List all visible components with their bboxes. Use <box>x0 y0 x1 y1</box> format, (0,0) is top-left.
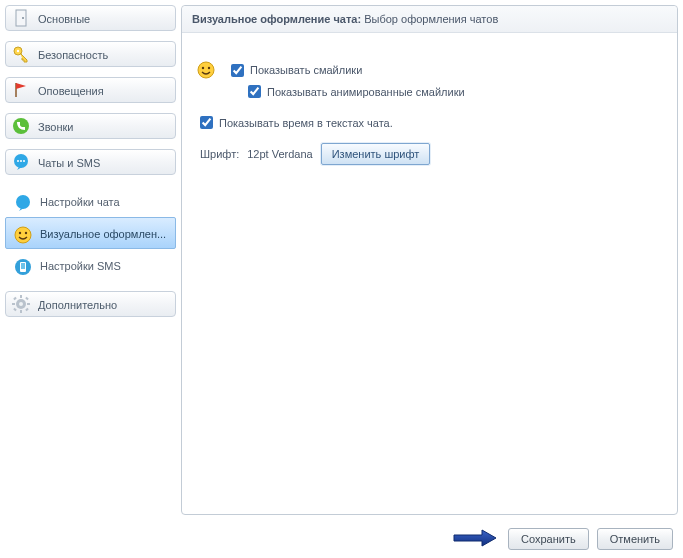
svg-point-7 <box>17 160 19 162</box>
smiley-icon <box>14 224 32 242</box>
svg-rect-23 <box>13 297 17 301</box>
app-root: Основные Безопасность Оповещения Звонки <box>0 0 683 520</box>
cancel-button[interactable]: Отменить <box>597 528 673 550</box>
sidebar-item-label: Визуальное оформлен... <box>40 228 166 240</box>
sidebar-item-security[interactable]: Безопасность <box>5 41 176 67</box>
svg-rect-16 <box>21 263 25 269</box>
font-value: 12pt Verdana <box>247 148 312 160</box>
sidebar-sub-visual-style[interactable]: Визуальное оформлен... <box>5 217 176 249</box>
sidebar-item-label: Настройки чата <box>40 196 120 208</box>
show-smilies-row: Показывать смайлики <box>197 61 659 79</box>
show-smilies-option[interactable]: Показывать смайлики <box>231 64 362 77</box>
show-smilies-checkbox[interactable] <box>231 64 244 77</box>
svg-point-12 <box>19 232 21 234</box>
svg-rect-0 <box>16 10 26 26</box>
panel-body: Показывать смайлики Показывать анимирова… <box>182 33 677 165</box>
show-smilies-label: Показывать смайлики <box>250 64 362 76</box>
change-font-button[interactable]: Изменить шрифт <box>321 143 431 165</box>
svg-rect-25 <box>25 297 29 301</box>
chat-settings-icon <box>14 192 32 210</box>
show-time-row: Показывать время в текстах чата. <box>200 116 659 129</box>
svg-point-18 <box>19 302 23 306</box>
panel-title-rest: Выбор оформления чатов <box>361 13 498 25</box>
flag-icon <box>12 81 30 99</box>
svg-point-28 <box>202 67 204 69</box>
key-icon <box>12 45 30 63</box>
show-animated-smilies-checkbox[interactable] <box>248 85 261 98</box>
font-row: Шрифт: 12pt Verdana Изменить шрифт <box>200 143 659 165</box>
footer: Сохранить Отменить <box>0 520 683 558</box>
svg-rect-22 <box>27 303 30 305</box>
panel-header: Визуальное оформление чата: Выбор оформл… <box>182 6 677 33</box>
sidebar-item-label: Настройки SMS <box>40 260 121 272</box>
show-time-checkbox[interactable] <box>200 116 213 129</box>
sidebar-item-calls[interactable]: Звонки <box>5 113 176 139</box>
sidebar-sub-sms-settings[interactable]: Настройки SMS <box>5 249 176 281</box>
svg-rect-24 <box>25 308 29 312</box>
sidebar-item-label: Звонки <box>38 121 74 133</box>
svg-point-10 <box>16 195 30 209</box>
door-icon <box>12 9 30 27</box>
svg-point-8 <box>20 160 22 162</box>
sidebar-item-chats-sms[interactable]: Чаты и SMS <box>5 149 176 175</box>
panel-title-bold: Визуальное оформление чата: <box>192 13 361 25</box>
panel: Визуальное оформление чата: Выбор оформл… <box>181 5 678 515</box>
sidebar-item-label: Оповещения <box>38 85 104 97</box>
sidebar-item-general[interactable]: Основные <box>5 5 176 31</box>
show-animated-smilies-option[interactable]: Показывать анимированные смайлики <box>248 85 465 98</box>
svg-point-13 <box>25 232 27 234</box>
sidebar-item-label: Дополнительно <box>38 299 117 311</box>
sidebar-item-notifications[interactable]: Оповещения <box>5 77 176 103</box>
sidebar-item-label: Чаты и SMS <box>38 157 100 169</box>
show-animated-smilies-row: Показывать анимированные смайлики <box>248 85 659 98</box>
show-time-option[interactable]: Показывать время в текстах чата. <box>200 116 393 129</box>
gear-icon <box>12 295 30 313</box>
smiley-icon <box>197 61 215 79</box>
svg-point-9 <box>23 160 25 162</box>
svg-rect-21 <box>12 303 15 305</box>
svg-point-11 <box>15 227 31 243</box>
content: Визуальное оформление чата: Выбор оформл… <box>181 0 683 520</box>
sidebar-sub-chat-settings[interactable]: Настройки чата <box>5 185 176 217</box>
pointer-arrow-icon <box>452 527 498 551</box>
svg-point-27 <box>198 62 214 78</box>
chat-bubble-icon <box>12 153 30 171</box>
sidebar-item-label: Основные <box>38 13 90 25</box>
svg-point-5 <box>13 118 29 134</box>
save-button[interactable]: Сохранить <box>508 528 589 550</box>
sms-settings-icon <box>14 256 32 274</box>
show-time-label: Показывать время в текстах чата. <box>219 117 393 129</box>
svg-rect-20 <box>20 310 22 313</box>
sidebar-sub-items: Настройки чата Визуальное оформлен... На… <box>5 185 176 281</box>
show-animated-smilies-label: Показывать анимированные смайлики <box>267 86 465 98</box>
svg-rect-26 <box>13 308 17 312</box>
sidebar: Основные Безопасность Оповещения Звонки <box>0 0 181 520</box>
phone-icon <box>12 117 30 135</box>
svg-rect-19 <box>20 295 22 298</box>
svg-point-29 <box>208 67 210 69</box>
svg-point-3 <box>17 50 19 52</box>
font-label: Шрифт: <box>200 148 239 160</box>
sidebar-item-advanced[interactable]: Дополнительно <box>5 291 176 317</box>
svg-point-1 <box>22 17 24 19</box>
sidebar-item-label: Безопасность <box>38 49 108 61</box>
